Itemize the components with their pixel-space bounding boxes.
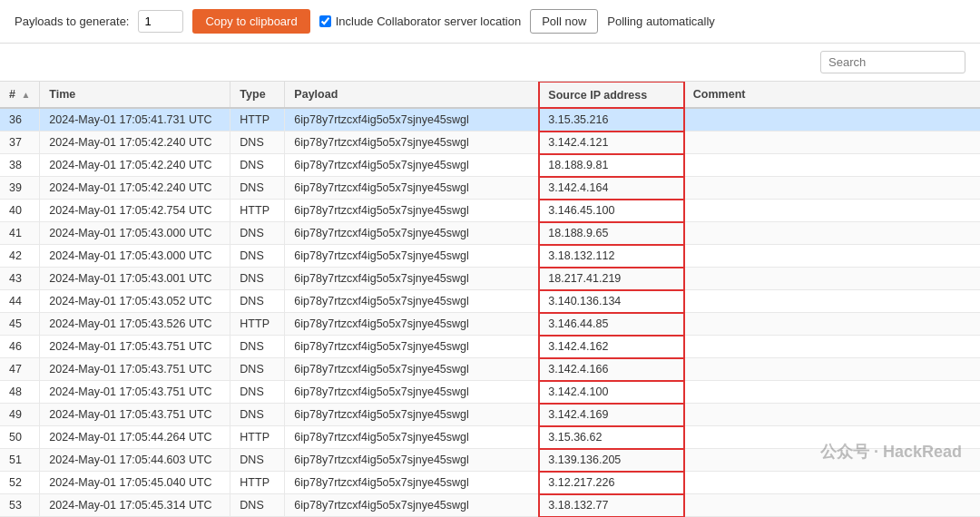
cell-payload: 6ip78y7rtzcxf4ig5o5x7sjnye45swgl	[285, 336, 539, 358]
cell-source-ip: 18.217.41.219	[539, 268, 684, 290]
col-header-payload[interactable]: Payload	[285, 82, 539, 108]
cell-payload: 6ip78y7rtzcxf4ig5o5x7sjnye45swgl	[285, 472, 539, 494]
cell-num: 47	[0, 358, 40, 381]
table-row[interactable]: 422024-May-01 17:05:43.000 UTCDNS6ip78y7…	[0, 245, 980, 268]
payloads-input[interactable]	[138, 10, 183, 33]
cell-comment	[684, 200, 980, 222]
cell-source-ip: 3.140.136.134	[539, 290, 684, 313]
table-row[interactable]: 382024-May-01 17:05:42.240 UTCDNS6ip78y7…	[0, 154, 980, 177]
cell-num: 43	[0, 268, 40, 290]
data-table-container: # ▲ Time Type Payload Source IP address …	[0, 82, 980, 517]
col-header-source-ip[interactable]: Source IP address	[539, 82, 684, 108]
cell-num: 40	[0, 200, 40, 222]
table-row[interactable]: 492024-May-01 17:05:43.751 UTCDNS6ip78y7…	[0, 404, 980, 426]
cell-num: 45	[0, 313, 40, 336]
cell-comment	[684, 336, 980, 358]
cell-comment	[684, 472, 980, 494]
col-header-type[interactable]: Type	[230, 82, 285, 108]
table-row[interactable]: 452024-May-01 17:05:43.526 UTCHTTP6ip78y…	[0, 313, 980, 336]
table-row[interactable]: 462024-May-01 17:05:43.751 UTCDNS6ip78y7…	[0, 336, 980, 358]
cell-time: 2024-May-01 17:05:43.052 UTC	[40, 290, 230, 313]
cell-source-ip: 3.142.4.100	[539, 381, 684, 404]
cell-payload: 6ip78y7rtzcxf4ig5o5x7sjnye45swgl	[285, 222, 539, 245]
table-row[interactable]: 362024-May-01 17:05:41.731 UTCHTTP6ip78y…	[0, 108, 980, 132]
cell-payload: 6ip78y7rtzcxf4ig5o5x7sjnye45swgl	[285, 132, 539, 154]
cell-type: HTTP	[230, 108, 285, 132]
table-row[interactable]: 402024-May-01 17:05:42.754 UTCHTTP6ip78y…	[0, 200, 980, 222]
table-row[interactable]: 472024-May-01 17:05:43.751 UTCDNS6ip78y7…	[0, 358, 980, 381]
cell-num: 51	[0, 449, 40, 472]
table-row[interactable]: 412024-May-01 17:05:43.000 UTCDNS6ip78y7…	[0, 222, 980, 245]
search-bar	[0, 44, 980, 82]
cell-time: 2024-May-01 17:05:45.040 UTC	[40, 472, 230, 494]
cell-time: 2024-May-01 17:05:43.751 UTC	[40, 404, 230, 426]
cell-type: DNS	[230, 494, 285, 517]
cell-payload: 6ip78y7rtzcxf4ig5o5x7sjnye45swgl	[285, 404, 539, 426]
cell-payload: 6ip78y7rtzcxf4ig5o5x7sjnye45swgl	[285, 426, 539, 449]
table-row[interactable]: 532024-May-01 17:05:45.314 UTCDNS6ip78y7…	[0, 494, 980, 517]
copy-to-clipboard-button[interactable]: Copy to clipboard	[192, 9, 309, 34]
cell-source-ip: 3.142.4.164	[539, 177, 684, 200]
cell-comment	[684, 222, 980, 245]
cell-payload: 6ip78y7rtzcxf4ig5o5x7sjnye45swgl	[285, 268, 539, 290]
cell-comment	[684, 313, 980, 336]
cell-payload: 6ip78y7rtzcxf4ig5o5x7sjnye45swgl	[285, 290, 539, 313]
cell-comment	[684, 108, 980, 132]
cell-num: 50	[0, 426, 40, 449]
cell-num: 36	[0, 108, 40, 132]
cell-type: DNS	[230, 177, 285, 200]
cell-payload: 6ip78y7rtzcxf4ig5o5x7sjnye45swgl	[285, 449, 539, 472]
cell-source-ip: 3.142.4.162	[539, 336, 684, 358]
table-row[interactable]: 502024-May-01 17:05:44.264 UTCHTTP6ip78y…	[0, 426, 980, 449]
cell-source-ip: 3.142.4.121	[539, 132, 684, 154]
cell-comment	[684, 404, 980, 426]
cell-type: DNS	[230, 245, 285, 268]
cell-num: 46	[0, 336, 40, 358]
cell-num: 53	[0, 494, 40, 517]
cell-payload: 6ip78y7rtzcxf4ig5o5x7sjnye45swgl	[285, 177, 539, 200]
cell-type: DNS	[230, 336, 285, 358]
cell-time: 2024-May-01 17:05:43.000 UTC	[40, 245, 230, 268]
include-collaborator-label[interactable]: Include Collaborator server location	[319, 15, 522, 28]
cell-num: 49	[0, 404, 40, 426]
include-collaborator-text: Include Collaborator server location	[336, 15, 522, 28]
col-header-time[interactable]: Time	[40, 82, 230, 108]
results-table: # ▲ Time Type Payload Source IP address …	[0, 82, 980, 517]
include-collaborator-checkbox[interactable]	[319, 15, 331, 27]
cell-time: 2024-May-01 17:05:44.264 UTC	[40, 426, 230, 449]
cell-comment	[684, 154, 980, 177]
cell-time: 2024-May-01 17:05:43.751 UTC	[40, 358, 230, 381]
cell-source-ip: 3.15.36.62	[539, 426, 684, 449]
cell-num: 48	[0, 381, 40, 404]
table-row[interactable]: 482024-May-01 17:05:43.751 UTCDNS6ip78y7…	[0, 381, 980, 404]
cell-num: 41	[0, 222, 40, 245]
cell-comment	[684, 381, 980, 404]
poll-now-button[interactable]: Poll now	[530, 9, 598, 34]
cell-source-ip: 3.12.217.226	[539, 472, 684, 494]
cell-time: 2024-May-01 17:05:42.754 UTC	[40, 200, 230, 222]
cell-type: DNS	[230, 449, 285, 472]
cell-payload: 6ip78y7rtzcxf4ig5o5x7sjnye45swgl	[285, 494, 539, 517]
col-header-comment[interactable]: Comment	[684, 82, 980, 108]
cell-type: DNS	[230, 154, 285, 177]
table-row[interactable]: 392024-May-01 17:05:42.240 UTCDNS6ip78y7…	[0, 177, 980, 200]
table-row[interactable]: 432024-May-01 17:05:43.001 UTCDNS6ip78y7…	[0, 268, 980, 290]
table-row[interactable]: 372024-May-01 17:05:42.240 UTCDNS6ip78y7…	[0, 132, 980, 154]
search-input[interactable]	[820, 51, 965, 73]
polling-automatically-text: Polling automatically	[607, 15, 715, 28]
cell-time: 2024-May-01 17:05:43.000 UTC	[40, 222, 230, 245]
cell-comment	[684, 290, 980, 313]
cell-type: DNS	[230, 268, 285, 290]
table-row[interactable]: 512024-May-01 17:05:44.603 UTCDNS6ip78y7…	[0, 449, 980, 472]
cell-payload: 6ip78y7rtzcxf4ig5o5x7sjnye45swgl	[285, 245, 539, 268]
cell-time: 2024-May-01 17:05:43.751 UTC	[40, 336, 230, 358]
cell-source-ip: 3.15.35.216	[539, 108, 684, 132]
col-header-num[interactable]: # ▲	[0, 82, 40, 108]
cell-type: HTTP	[230, 472, 285, 494]
table-row[interactable]: 442024-May-01 17:05:43.052 UTCDNS6ip78y7…	[0, 290, 980, 313]
cell-source-ip: 3.18.132.112	[539, 245, 684, 268]
table-row[interactable]: 522024-May-01 17:05:45.040 UTCHTTP6ip78y…	[0, 472, 980, 494]
cell-comment	[684, 245, 980, 268]
cell-num: 38	[0, 154, 40, 177]
cell-payload: 6ip78y7rtzcxf4ig5o5x7sjnye45swgl	[285, 200, 539, 222]
